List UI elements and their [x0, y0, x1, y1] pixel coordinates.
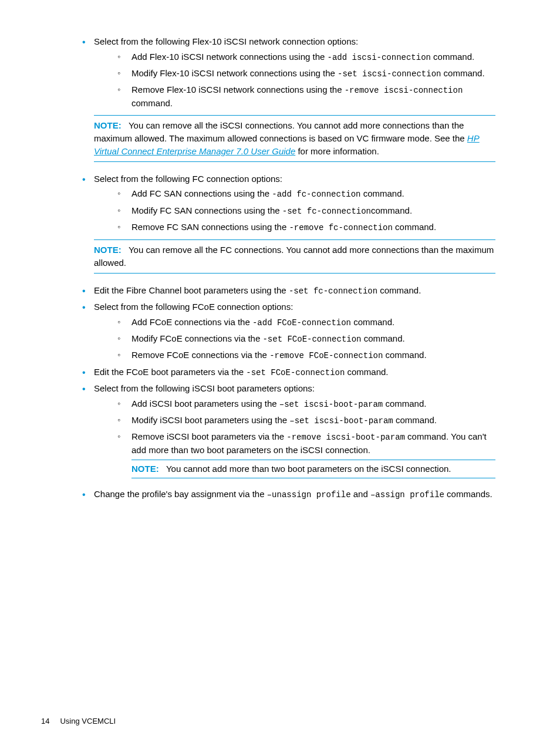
list-item: Select from the following iSCSI boot par…: [82, 382, 495, 478]
sub-list-item: Modify FC SAN connections using the -set…: [117, 204, 495, 217]
section-intro: Select from the following FCoE connectio…: [94, 302, 293, 312]
note-label: NOTE:: [131, 464, 159, 474]
sub-list-item: Modify FCoE connections via the -set FCo…: [117, 332, 495, 345]
list-item: Change the profile's bay assignment via …: [82, 488, 495, 501]
list-item: Edit the FCoE boot parameters via the -s…: [82, 366, 495, 379]
sub-list-item: Remove iSCSI boot parameters via the -re…: [117, 430, 495, 478]
list-item: Edit the Fibre Channel boot parameters u…: [82, 284, 495, 297]
sub-list-item: Modify Flex-10 iSCSI network connections…: [117, 67, 495, 80]
sub-list-item: Remove Flex-10 iSCSI network connections…: [117, 83, 495, 109]
note-box: NOTE: You can remove all the iSCSI conne…: [94, 115, 495, 161]
sub-list-item: Add iSCSI boot parameters using the –set…: [117, 397, 495, 410]
sub-list-item: Add FC SAN connections using the -add fc…: [117, 187, 495, 200]
note-label: NOTE:: [94, 120, 122, 130]
sub-list-item: Add Flex-10 iSCSI network connections us…: [117, 50, 495, 63]
note-box: NOTE: You can remove all the FC connecti…: [94, 239, 495, 274]
list-item: Select from the following Flex-10 iSCSI …: [82, 35, 495, 162]
list-item: Select from the following FC connection …: [82, 173, 495, 274]
section-intro: Select from the following iSCSI boot par…: [94, 383, 315, 393]
document-content: Select from the following Flex-10 iSCSI …: [70, 35, 495, 501]
list-item: Select from the following FCoE connectio…: [82, 301, 495, 362]
note-label: NOTE:: [94, 245, 122, 255]
sub-list-item: Remove FCoE connections via the -remove …: [117, 349, 495, 362]
sub-list-item: Modify iSCSI boot parameters using the –…: [117, 414, 495, 427]
section-intro: Select from the following FC connection …: [94, 174, 282, 184]
sub-list-item: Add FCoE connections via the -add FCoE-c…: [117, 316, 495, 329]
sub-list-item: Remove FC SAN connections using the -rem…: [117, 221, 495, 234]
note-box: NOTE: You cannot add more than two boot …: [131, 460, 495, 478]
section-intro: Select from the following Flex-10 iSCSI …: [94, 36, 358, 46]
